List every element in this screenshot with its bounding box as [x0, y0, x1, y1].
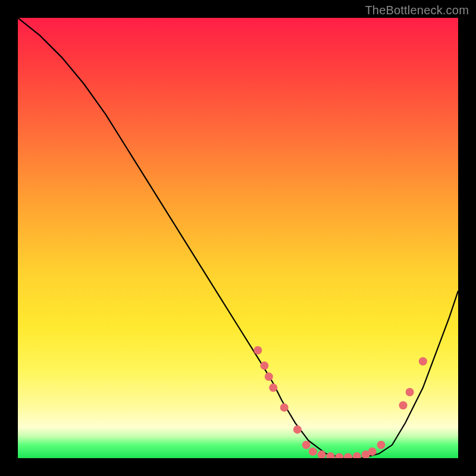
data-point	[335, 453, 343, 459]
data-point	[293, 425, 302, 434]
data-point	[269, 384, 277, 392]
data-point	[399, 401, 408, 409]
data-point	[419, 357, 427, 365]
data-points	[253, 346, 427, 458]
bottleneck-curve	[18, 18, 458, 458]
data-point	[253, 346, 262, 355]
data-point	[318, 450, 326, 458]
data-point	[280, 403, 289, 412]
data-point	[265, 372, 273, 381]
data-point	[309, 447, 317, 456]
attribution-label: TheBottleneck.com	[365, 4, 469, 17]
data-point	[368, 447, 377, 456]
curve-overlay	[18, 18, 458, 458]
data-point	[353, 452, 361, 458]
chart-frame: TheBottleneck.com	[0, 0, 476, 476]
plot-area	[18, 18, 458, 458]
data-point	[260, 362, 268, 370]
data-point	[302, 441, 311, 449]
data-point	[326, 452, 334, 458]
data-point	[377, 441, 386, 449]
data-point	[344, 453, 352, 459]
data-point	[406, 388, 414, 396]
